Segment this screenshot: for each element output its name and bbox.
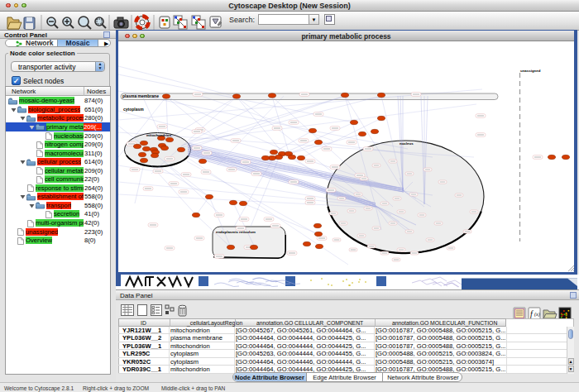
svg-text:unassigned: unassigned [520, 69, 541, 73]
svg-text:plasma membrane: plasma membrane [122, 93, 159, 98]
svg-text:nucleus: nucleus [400, 141, 414, 146]
svg-text:mitochondrion: mitochondrion [146, 133, 171, 137]
svg-text:cytoplasm: cytoplasm [123, 107, 144, 112]
svg-text:endoplasmic reticulum: endoplasmic reticulum [216, 230, 256, 234]
svg-text:(x): (x) [534, 312, 540, 318]
